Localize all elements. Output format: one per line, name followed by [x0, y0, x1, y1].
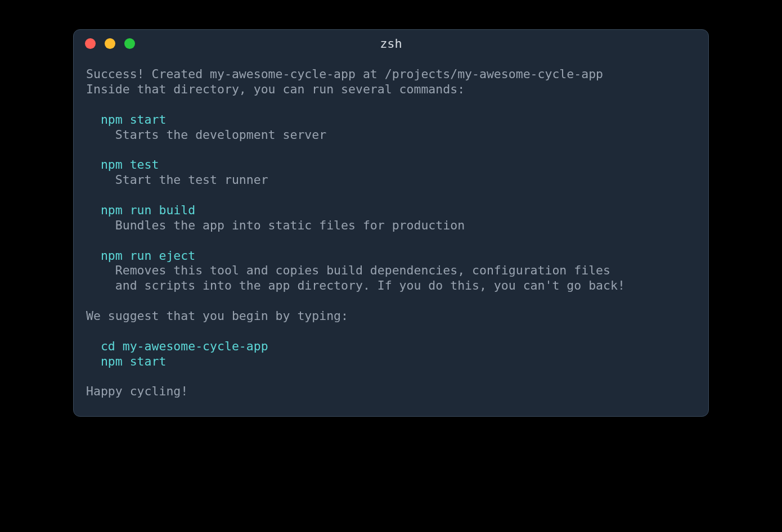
output-line: We suggest that you begin by typing: [86, 309, 348, 323]
command-text: npm test [86, 157, 159, 172]
traffic-lights [85, 38, 135, 49]
minimize-icon[interactable] [105, 38, 115, 49]
maximize-icon[interactable] [124, 38, 135, 49]
output-line: Success! Created my-awesome-cycle-app at… [86, 67, 603, 81]
terminal-window: zsh Success! Created my-awesome-cycle-ap… [73, 29, 709, 417]
command-text: npm start [86, 354, 166, 368]
command-description: Bundles the app into static files for pr… [86, 218, 465, 232]
terminal-output[interactable]: Success! Created my-awesome-cycle-app at… [74, 57, 708, 416]
command-text: npm run eject [86, 249, 195, 263]
command-description: Start the test runner [86, 173, 268, 187]
command-description: and scripts into the app directory. If y… [86, 278, 625, 292]
titlebar: zsh [74, 30, 708, 57]
window-title: zsh [380, 37, 402, 51]
output-line: Happy cycling! [86, 384, 188, 398]
output-line: Inside that directory, you can run sever… [86, 82, 465, 96]
command-text: npm start [86, 112, 166, 127]
command-text: npm run build [86, 203, 195, 217]
command-description: Removes this tool and copies build depen… [86, 263, 610, 277]
command-description: Starts the development server [86, 128, 326, 142]
command-text: cd my-awesome-cycle-app [86, 339, 268, 353]
close-icon[interactable] [85, 38, 96, 49]
